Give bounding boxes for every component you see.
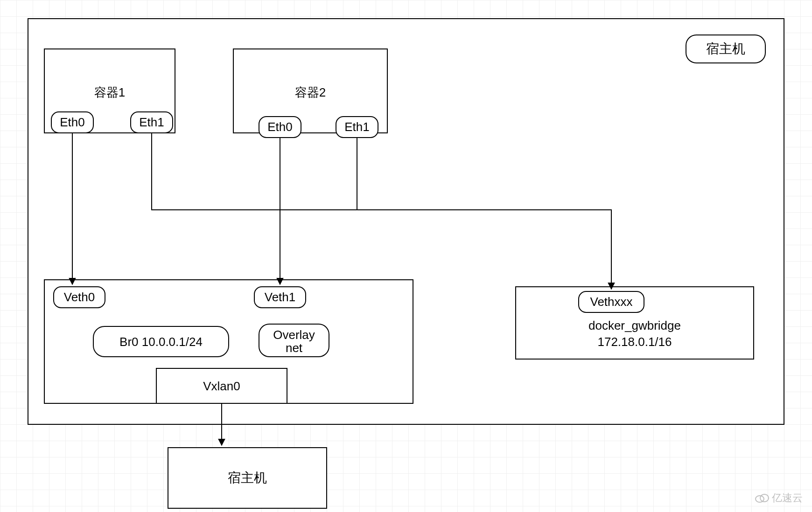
svg-point-1 [760,494,769,502]
container2-eth0-label: Eth0 [267,120,293,134]
overlaynet-l2: net [286,341,303,355]
gwbridge-cidr: 172.18.0.1/16 [597,335,672,349]
watermark-text: 亿速云 [772,491,803,505]
overlaynet-l1: Overlay [273,328,315,342]
container2-title: 容器2 [295,85,326,99]
gwbridge-name: docker_gwbridge [588,318,681,332]
container1-title: 容器1 [94,85,125,99]
watermark: 亿速云 [755,491,803,505]
host-label-text: 宿主机 [706,42,745,56]
host-bottom-label: 宿主机 [228,470,267,485]
container1-eth1-label: Eth1 [139,115,164,129]
vxlan0-label: Vxlan0 [203,379,240,393]
veth0-label: Veth0 [64,290,95,304]
diagram-svg: 宿主机 容器1 Eth0 Eth1 容器2 Eth0 Eth1 Veth0 Ve… [0,0,812,512]
container1-eth0-label: Eth0 [60,115,85,129]
vethxxx-label: Vethxxx [590,295,632,309]
br0-label: Br0 10.0.0.1/24 [119,335,203,349]
veth1-label: Veth1 [265,290,296,304]
container2-eth1-label: Eth1 [344,120,370,134]
